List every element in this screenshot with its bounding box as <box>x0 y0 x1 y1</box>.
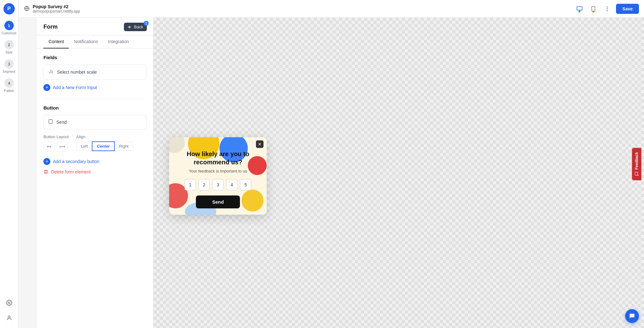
svg-point-11 <box>607 10 608 11</box>
step-4-circle: 4 <box>4 78 14 88</box>
svg-rect-15 <box>49 120 53 123</box>
header-controls: Save <box>575 4 639 14</box>
popup-send-button[interactable]: Send <box>196 195 240 208</box>
header-titles: Popup Survey #2 demopopupsmart.netlify.a… <box>33 4 80 14</box>
align-options: Left Center Right <box>76 142 133 151</box>
sidebar-item-publish[interactable]: 4 Publish <box>4 78 14 93</box>
back-label: Back <box>134 25 143 29</box>
mobile-active-dot <box>592 11 594 13</box>
app-subtitle: demopopupsmart.netlify.app <box>33 9 80 14</box>
step-2-circle: 2 <box>4 40 14 49</box>
delete-form-button[interactable]: Delete form element <box>43 169 91 174</box>
add-secondary-label: Add a secondary button <box>53 159 99 164</box>
step-1-label: Customize <box>2 31 16 35</box>
scale-2[interactable]: 2 <box>198 179 210 190</box>
svg-point-9 <box>607 7 608 7</box>
popup-scale: 1 2 3 4 5 <box>175 179 260 190</box>
add-input-label: Add a New Form Input <box>53 85 97 90</box>
user-icon[interactable] <box>4 313 14 323</box>
feedback-label: Feedback <box>634 152 639 169</box>
divider <box>43 99 147 99</box>
svg-point-1 <box>8 316 10 318</box>
close-icon: ✕ <box>258 142 262 147</box>
sidebar-item-style[interactable]: 2 Style <box>4 40 14 54</box>
tab-integration[interactable]: Integration <box>103 35 134 48</box>
button-layout-group: Button Layout <box>43 134 69 152</box>
add-secondary-button[interactable]: + Add a secondary button <box>43 158 99 165</box>
sidebar-nav: P 1 Customize 2 Style 3 Segment 4 Publis… <box>0 0 18 328</box>
align-group: Align Left Center Right <box>76 134 133 152</box>
tab-content[interactable]: Content <box>43 35 69 48</box>
desktop-active-dot <box>579 11 580 13</box>
header-title-area: Popup Survey #2 demopopupsmart.netlify.a… <box>24 4 575 14</box>
align-left-button[interactable]: Left <box>76 142 93 151</box>
popup-card: ✕ How likely are you to recommend us? Yo… <box>169 137 267 215</box>
chat-bubble-button[interactable] <box>625 309 639 323</box>
svg-point-0 <box>8 302 10 304</box>
button-layout-label: Button Layout <box>43 134 69 139</box>
bar-chart-icon <box>48 69 54 76</box>
sidebar-item-customize[interactable]: 1 Customize <box>2 21 16 35</box>
sidebar-bottom <box>4 298 14 328</box>
align-right-button[interactable]: Right <box>114 142 133 151</box>
feedback-tab[interactable]: Feedback <box>632 148 641 180</box>
popup-heading: How likely are you to recommend us? <box>175 150 260 166</box>
main-layout: Form Back 1 Content Notifications Integr… <box>37 18 644 328</box>
scale-3[interactable]: 3 <box>212 179 224 190</box>
trash-icon <box>43 169 48 174</box>
button-send-label: Send <box>56 120 67 125</box>
brand-logo[interactable]: P <box>3 3 15 14</box>
step-1-circle: 1 <box>4 21 14 30</box>
feedback-icon <box>634 172 639 176</box>
popup-content: How likely are you to recommend us? Your… <box>169 137 267 215</box>
popup-subtext: Your feedback is important to us <box>175 169 260 173</box>
settings-button[interactable] <box>4 298 14 308</box>
header: Popup Survey #2 demopopupsmart.netlify.a… <box>19 0 644 18</box>
back-badge: 1 <box>144 21 149 26</box>
more-options-button[interactable] <box>602 4 612 14</box>
add-circle-icon: + <box>43 84 50 91</box>
save-button[interactable]: Save <box>616 4 639 14</box>
tabs: Content Notifications Integration <box>37 35 153 48</box>
scale-4[interactable]: 4 <box>226 179 237 190</box>
scale-5[interactable]: 5 <box>240 179 251 190</box>
align-center-button[interactable]: Center <box>92 142 114 151</box>
desktop-device-button[interactable] <box>575 4 585 14</box>
globe-icon <box>24 6 30 12</box>
panel-header: Form Back 1 <box>37 18 153 35</box>
step-2-label: Style <box>6 51 13 54</box>
preview-area: ✕ How likely are you to recommend us? Yo… <box>153 18 644 328</box>
mobile-device-button[interactable] <box>588 4 598 14</box>
layout-normal-button[interactable] <box>43 142 55 152</box>
chat-icon <box>629 313 635 319</box>
back-button[interactable]: Back 1 <box>124 23 147 31</box>
left-panel: Form Back 1 Content Notifications Integr… <box>37 18 153 328</box>
svg-rect-4 <box>577 6 582 10</box>
app-title: Popup Survey #2 <box>33 4 80 9</box>
add-form-input-button[interactable]: + Add a New Form Input <box>43 83 97 92</box>
sidebar-item-segment[interactable]: 3 Segment <box>3 59 15 73</box>
button-send-item[interactable]: Send <box>43 115 147 129</box>
align-label: Align <box>76 134 133 139</box>
popup-close-button[interactable]: ✕ <box>256 140 264 148</box>
fields-section-title: Fields <box>43 55 147 60</box>
field-number-scale[interactable]: Select number scale <box>43 65 147 80</box>
delete-label: Delete form element <box>51 169 91 174</box>
layout-wide-button[interactable] <box>57 142 68 152</box>
step-3-label: Segment <box>3 70 15 73</box>
scale-1[interactable]: 1 <box>185 179 196 190</box>
tab-notifications[interactable]: Notifications <box>69 35 103 48</box>
step-4-label: Publish <box>4 89 14 93</box>
step-3-circle: 3 <box>4 59 14 69</box>
layout-section: Button Layout <box>43 134 147 152</box>
panel-title: Form <box>43 24 58 30</box>
panel-content: Fields Select number scale + Add a New F… <box>37 48 153 185</box>
add-secondary-icon: + <box>43 158 50 165</box>
field-scale-label: Select number scale <box>57 70 97 75</box>
button-icon <box>48 119 53 125</box>
layout-options <box>43 142 69 152</box>
button-section-title: Button <box>43 105 147 110</box>
svg-point-10 <box>607 8 608 9</box>
